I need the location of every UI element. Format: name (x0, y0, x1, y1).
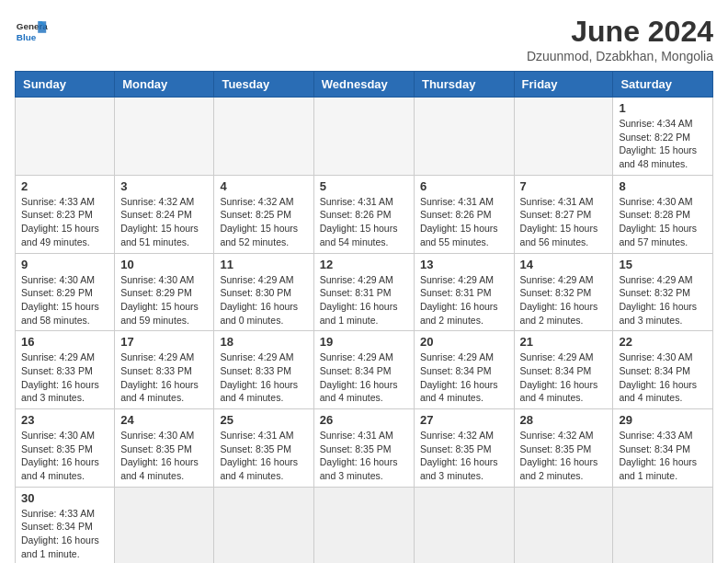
day-number: 29 (619, 413, 707, 427)
calendar-day-cell: 28Sunrise: 4:32 AM Sunset: 8:35 PM Dayli… (514, 409, 613, 488)
day-info: Sunrise: 4:32 AM Sunset: 8:35 PM Dayligh… (520, 429, 608, 483)
day-number: 17 (120, 335, 208, 349)
day-number: 27 (420, 413, 508, 427)
day-info: Sunrise: 4:34 AM Sunset: 8:22 PM Dayligh… (619, 117, 707, 171)
calendar-day-cell: 30Sunrise: 4:33 AM Sunset: 8:34 PM Dayli… (16, 487, 115, 563)
calendar-day-cell: 10Sunrise: 4:30 AM Sunset: 8:29 PM Dayli… (115, 253, 214, 331)
day-number: 25 (220, 413, 307, 427)
calendar-day-cell: 19Sunrise: 4:29 AM Sunset: 8:34 PM Dayli… (313, 331, 414, 409)
day-number: 3 (120, 179, 208, 193)
calendar-day-cell: 4Sunrise: 4:32 AM Sunset: 8:25 PM Daylig… (214, 175, 313, 253)
weekday-header-wednesday: Wednesday (313, 72, 414, 98)
day-info: Sunrise: 4:29 AM Sunset: 8:34 PM Dayligh… (520, 350, 608, 405)
calendar-day-cell (414, 487, 514, 563)
day-info: Sunrise: 4:33 AM Sunset: 8:34 PM Dayligh… (21, 507, 108, 561)
calendar-day-cell: 8Sunrise: 4:30 AM Sunset: 8:28 PM Daylig… (613, 175, 713, 253)
calendar-day-cell: 21Sunrise: 4:29 AM Sunset: 8:34 PM Dayli… (514, 331, 613, 409)
calendar-day-cell: 20Sunrise: 4:29 AM Sunset: 8:34 PM Dayli… (414, 331, 514, 409)
calendar-day-cell: 26Sunrise: 4:31 AM Sunset: 8:35 PM Dayli… (313, 409, 414, 488)
calendar-day-cell (214, 98, 313, 176)
day-number: 1 (619, 101, 707, 115)
calendar-day-cell (115, 487, 214, 563)
day-info: Sunrise: 4:33 AM Sunset: 8:23 PM Dayligh… (21, 195, 108, 249)
month-title: June 2024 (527, 15, 713, 49)
calendar-week-row: 9Sunrise: 4:30 AM Sunset: 8:29 PM Daylig… (16, 253, 713, 331)
calendar-day-cell (514, 487, 613, 563)
calendar-day-cell: 11Sunrise: 4:29 AM Sunset: 8:30 PM Dayli… (214, 253, 313, 331)
logo-icon: General Blue (15, 15, 48, 48)
calendar-day-cell (313, 487, 414, 563)
day-number: 26 (320, 413, 408, 427)
day-info: Sunrise: 4:31 AM Sunset: 8:35 PM Dayligh… (320, 429, 408, 483)
day-number: 9 (21, 258, 108, 271)
day-info: Sunrise: 4:31 AM Sunset: 8:27 PM Dayligh… (520, 195, 608, 249)
svg-text:Blue: Blue (17, 32, 37, 42)
calendar-day-cell: 23Sunrise: 4:30 AM Sunset: 8:35 PM Dayli… (16, 409, 115, 488)
day-info: Sunrise: 4:30 AM Sunset: 8:35 PM Dayligh… (21, 429, 108, 483)
day-number: 24 (120, 413, 208, 427)
calendar-day-cell: 25Sunrise: 4:31 AM Sunset: 8:35 PM Dayli… (214, 409, 313, 488)
calendar-day-cell: 14Sunrise: 4:29 AM Sunset: 8:32 PM Dayli… (514, 253, 613, 331)
calendar-day-cell: 29Sunrise: 4:33 AM Sunset: 8:34 PM Dayli… (613, 409, 713, 488)
calendar-day-cell: 1Sunrise: 4:34 AM Sunset: 8:22 PM Daylig… (613, 98, 713, 176)
day-info: Sunrise: 4:29 AM Sunset: 8:33 PM Dayligh… (120, 350, 208, 405)
day-info: Sunrise: 4:29 AM Sunset: 8:33 PM Dayligh… (220, 350, 307, 405)
day-info: Sunrise: 4:29 AM Sunset: 8:32 PM Dayligh… (520, 273, 608, 327)
weekday-header-saturday: Saturday (613, 72, 713, 98)
day-number: 22 (619, 335, 707, 349)
location-subtitle: Dzuunmod, Dzabkhan, Mongolia (527, 49, 713, 63)
weekday-header-thursday: Thursday (414, 72, 514, 98)
weekday-header-friday: Friday (514, 72, 613, 98)
calendar-day-cell (613, 487, 713, 563)
day-number: 21 (520, 335, 608, 349)
calendar-day-cell (514, 98, 613, 176)
calendar-day-cell: 12Sunrise: 4:29 AM Sunset: 8:31 PM Dayli… (313, 253, 414, 331)
day-number: 15 (619, 258, 707, 271)
day-number: 14 (520, 258, 608, 271)
calendar-day-cell (414, 98, 514, 176)
day-number: 12 (320, 258, 408, 271)
calendar-day-cell: 2Sunrise: 4:33 AM Sunset: 8:23 PM Daylig… (16, 175, 115, 253)
day-info: Sunrise: 4:32 AM Sunset: 8:24 PM Dayligh… (120, 195, 208, 249)
calendar-day-cell: 7Sunrise: 4:31 AM Sunset: 8:27 PM Daylig… (514, 175, 613, 253)
day-info: Sunrise: 4:29 AM Sunset: 8:34 PM Dayligh… (320, 350, 408, 405)
calendar-day-cell (214, 487, 313, 563)
day-info: Sunrise: 4:29 AM Sunset: 8:31 PM Dayligh… (420, 273, 508, 327)
calendar-week-row: 16Sunrise: 4:29 AM Sunset: 8:33 PM Dayli… (16, 331, 713, 409)
calendar-day-cell (115, 98, 214, 176)
day-number: 30 (21, 491, 108, 505)
day-number: 5 (320, 179, 408, 193)
calendar-header: General Blue June 2024 Dzuunmod, Dzabkha… (15, 15, 713, 63)
calendar-day-cell: 17Sunrise: 4:29 AM Sunset: 8:33 PM Dayli… (115, 331, 214, 409)
weekday-header-monday: Monday (115, 72, 214, 98)
calendar-day-cell: 9Sunrise: 4:30 AM Sunset: 8:29 PM Daylig… (16, 253, 115, 331)
day-info: Sunrise: 4:31 AM Sunset: 8:35 PM Dayligh… (220, 429, 307, 483)
day-info: Sunrise: 4:31 AM Sunset: 8:26 PM Dayligh… (320, 195, 408, 249)
calendar-day-cell: 15Sunrise: 4:29 AM Sunset: 8:32 PM Dayli… (613, 253, 713, 331)
day-number: 11 (220, 258, 307, 271)
calendar-day-cell: 13Sunrise: 4:29 AM Sunset: 8:31 PM Dayli… (414, 253, 514, 331)
calendar-day-cell (16, 98, 115, 176)
day-info: Sunrise: 4:30 AM Sunset: 8:29 PM Dayligh… (120, 273, 208, 327)
day-number: 2 (21, 179, 108, 193)
day-info: Sunrise: 4:30 AM Sunset: 8:28 PM Dayligh… (619, 195, 707, 249)
weekday-header-row: SundayMondayTuesdayWednesdayThursdayFrid… (16, 72, 713, 98)
day-info: Sunrise: 4:29 AM Sunset: 8:32 PM Dayligh… (619, 273, 707, 327)
calendar-week-row: 23Sunrise: 4:30 AM Sunset: 8:35 PM Dayli… (16, 409, 713, 488)
day-info: Sunrise: 4:29 AM Sunset: 8:31 PM Dayligh… (320, 273, 408, 327)
day-info: Sunrise: 4:32 AM Sunset: 8:25 PM Dayligh… (220, 195, 307, 249)
day-number: 10 (120, 258, 208, 271)
day-number: 23 (21, 413, 108, 427)
calendar-day-cell: 3Sunrise: 4:32 AM Sunset: 8:24 PM Daylig… (115, 175, 214, 253)
day-info: Sunrise: 4:29 AM Sunset: 8:33 PM Dayligh… (21, 350, 108, 405)
day-number: 28 (520, 413, 608, 427)
calendar-day-cell (313, 98, 414, 176)
day-number: 16 (21, 335, 108, 349)
calendar-day-cell: 18Sunrise: 4:29 AM Sunset: 8:33 PM Dayli… (214, 331, 313, 409)
day-number: 13 (420, 258, 508, 271)
calendar-day-cell: 24Sunrise: 4:30 AM Sunset: 8:35 PM Dayli… (115, 409, 214, 488)
day-info: Sunrise: 4:33 AM Sunset: 8:34 PM Dayligh… (619, 429, 707, 483)
day-info: Sunrise: 4:29 AM Sunset: 8:30 PM Dayligh… (220, 273, 307, 327)
weekday-header-sunday: Sunday (16, 72, 115, 98)
title-area: June 2024 Dzuunmod, Dzabkhan, Mongolia (527, 15, 713, 63)
